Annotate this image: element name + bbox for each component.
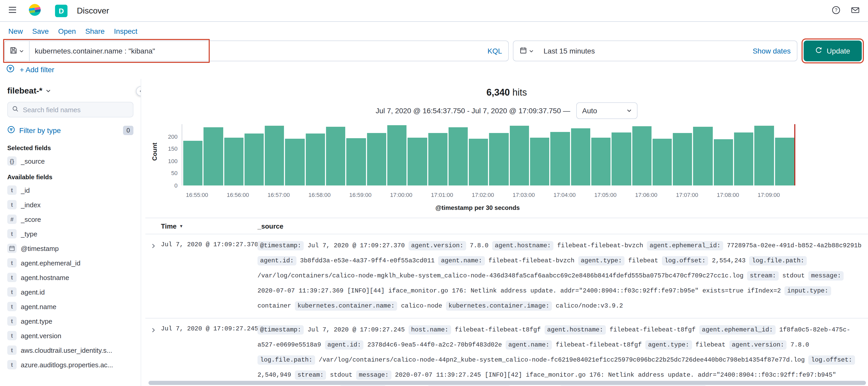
sidebar-field-item[interactable]: t azure.auditlogs.properties.ac... [3,357,137,372]
menu-item-save[interactable]: Save [32,27,49,35]
saved-query-menu-button[interactable] [5,41,30,61]
menu-item-share[interactable]: Share [85,27,104,35]
filter-icon[interactable] [6,64,14,75]
hamburger-menu-button[interactable] [7,5,18,16]
show-dates-link[interactable]: Show dates [753,47,797,55]
filter-bar: + Add filter [0,63,868,79]
field-name-badge: agent.name: [506,340,552,350]
y-axis-tick-label: 50 [171,170,178,176]
histogram-bar[interactable] [714,140,733,185]
histogram-bar[interactable] [754,126,774,185]
date-picker-control: Last 15 minutes Show dates [513,40,797,61]
histogram-bar[interactable] [693,127,713,185]
histogram-bar[interactable] [673,133,692,185]
table-header-row: Time ▼ _source [145,218,868,234]
available-fields-list: t _id t _index # _score t _type @timesta… [3,183,137,372]
histogram-bar[interactable] [204,127,223,185]
interval-select[interactable]: Auto [577,102,638,119]
doc-row-source: @timestamp: Jul 7, 2020 @ 17:09:27.370 a… [257,238,868,314]
field-name-badge: stream: [295,370,326,380]
sidebar-field-item[interactable]: t agent.hostname [3,270,137,285]
sidebar-field-item[interactable]: t _index [3,198,137,212]
field-name-badge: log.file.path: [257,355,315,365]
chevron-right-icon [150,326,156,334]
field-name: _source [21,157,45,165]
date-picker-menu-button[interactable] [514,41,539,61]
histogram-bar[interactable] [183,141,203,185]
histogram-bar[interactable] [591,138,611,185]
time-range-display[interactable]: Last 15 minutes [539,47,753,55]
histogram-bar[interactable] [428,133,447,185]
sidebar-field-item[interactable]: t agent.id [3,285,137,299]
query-language-button[interactable]: KQL [481,47,508,55]
sidebar-field-item[interactable]: t agent.type [3,314,137,328]
histogram-bar[interactable] [245,134,264,185]
newsfeed-button[interactable] [850,4,861,17]
update-button[interactable]: Update [804,40,862,61]
sidebar-field-item[interactable]: @timestamp [3,241,137,256]
histogram-bar[interactable] [367,133,386,185]
histogram-bar[interactable] [653,139,672,185]
field-name: _type [21,230,37,238]
query-input-group: KQL [4,40,509,61]
horizontal-scrollbar[interactable] [149,381,866,385]
documents-table: Time ▼ _source Jul 7, 2020 @ 17:09:27.37… [145,218,868,386]
histogram-bar[interactable] [775,138,794,185]
field-value: 7.8.0 [790,341,809,349]
menu-item-inspect[interactable]: Inspect [114,27,137,35]
expand-row-button[interactable] [145,323,161,386]
histogram-bar[interactable] [469,139,488,185]
field-value: filebeat-filebeat-t8fgf [610,326,695,333]
histogram-bar[interactable] [265,126,284,185]
sidebar-field-item[interactable]: # _score [3,212,137,227]
sidebar-field-item[interactable]: t agent.name [3,299,137,314]
histogram-bar[interactable] [489,133,509,185]
menu-item-open[interactable]: Open [58,27,76,35]
histogram-bar[interactable] [510,126,529,185]
field-name-badge: kubernetes.container.image: [446,301,552,311]
time-column-header[interactable]: Time ▼ [161,222,257,230]
sidebar-field-item[interactable]: t agent.version [3,328,137,343]
index-pattern-selector[interactable]: filebeat-* [3,79,137,100]
menu-item-new[interactable]: New [8,27,23,35]
histogram-bar[interactable] [306,133,325,185]
field-name-badge: agent.type: [646,340,692,350]
x-axis-tick-label: 17:04:00 [553,192,576,198]
histogram-bar[interactable] [387,125,407,185]
y-axis-tick-label: 0 [175,182,178,188]
histogram-bar[interactable] [285,139,305,185]
field-type-icon: t [7,287,17,297]
help-button[interactable]: ? [831,4,841,17]
histogram-bar[interactable] [571,128,590,185]
expand-row-button[interactable] [145,238,161,314]
histogram-bar[interactable] [448,127,468,185]
hits-count: 6,340 [487,87,510,98]
histogram-bar[interactable] [632,126,652,186]
search-query-input[interactable] [30,47,481,55]
histogram-bar[interactable] [612,132,631,185]
filter-count-badge: 0 [123,126,133,135]
sidebar-field-item[interactable]: t _type [3,227,137,241]
sidebar-field-item[interactable]: t aws.cloudtrail.user_identity.s... [3,343,137,357]
sidebar-field-item[interactable]: t agent.ephemeral_id [3,256,137,270]
sidebar-field-item[interactable]: {} _source [3,154,137,168]
x-axis-tick-label: 17:07:00 [676,192,698,198]
field-value: 2,554,243 [712,257,746,264]
histogram-bar[interactable] [326,126,345,185]
add-filter-link[interactable]: + Add filter [20,65,54,74]
field-name-badge: input.type: [785,286,831,296]
histogram-bar[interactable] [224,138,244,185]
histogram-bar[interactable] [346,139,366,185]
field-name: _index [21,201,41,209]
field-name: agent.version [21,332,61,339]
filter-by-type-control[interactable]: Filter by type 0 [3,124,137,139]
field-name-badge: agent.ephemeral_id: [647,241,723,250]
field-search-input[interactable] [22,105,129,114]
update-annotation: Update [802,38,864,63]
sidebar-field-item[interactable]: t _id [3,183,137,198]
histogram-bar[interactable] [551,132,570,185]
histogram-bar[interactable] [408,138,427,185]
histogram-bar[interactable] [734,132,753,185]
histogram-bar[interactable] [530,138,550,185]
field-value: 2378d4c6-9ea5-44f0-a2c2-70b9f483d02e [367,341,502,349]
